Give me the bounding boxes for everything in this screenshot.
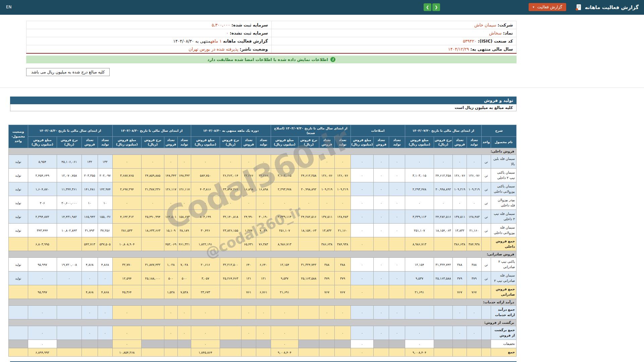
table-cell: ۰ [271, 326, 298, 340]
table-cell [481, 306, 491, 319]
table-cell: ۰ [373, 196, 389, 210]
table-cell: ۳۸۸ [319, 258, 334, 272]
table-cell: ۰ [191, 306, 220, 319]
table-cell: تن [481, 196, 491, 210]
table-cell: ۰ [191, 340, 220, 348]
language-toggle[interactable]: EN [6, 5, 12, 9]
info-row: سال مالی منتهی به: ۱۴۰۴/۱۲/۲۹ وضعیت ناشر… [26, 45, 517, 54]
column-header-qty-sold: تعداد فروش [82, 136, 98, 148]
table-cell: ۱۸,۱۵۴,۰۶۳ [434, 224, 452, 237]
column-header-amount: مبلغ فروش (میلیون ریال) [351, 136, 373, 148]
table-cell: سیمان فله پوزولانی داخلی [491, 224, 517, 237]
table-cell: ۰ [373, 272, 389, 285]
table-cell: سیمان فله تیپ ۲ داخلی [491, 210, 517, 224]
table-cell: ۱۵۸,۶۷۳ [177, 210, 191, 224]
table-cell [141, 285, 164, 299]
table-cell: تن [481, 224, 491, 237]
table-cell: ۰ [191, 326, 220, 340]
table-cell [481, 348, 491, 357]
signed-data-banner: i اطلاعات نمایش داده شده با اطلاعات امضا… [26, 56, 517, 63]
prev-period-button[interactable]: ❮ [424, 3, 431, 11]
table-cell: ۲۱,۱۶۰ [334, 224, 351, 237]
table-cell: ۰ [98, 326, 112, 340]
column-header-amount: مبلغ فروش (میلیون ریال) [271, 136, 298, 148]
table-cell: ۱۲,۱۵۴ [271, 258, 298, 272]
table-cell: ۰ [177, 155, 191, 169]
table-cell: ۰ [434, 196, 452, 210]
report-type-dropdown[interactable]: گزارش فعالیت ▾ [529, 3, 566, 11]
column-header-rate: نرخ فروش (ریال) [220, 136, 241, 148]
table-cell: سیمان فله بلین بالا [491, 155, 517, 169]
info-value: سخاش [489, 31, 502, 36]
table-cell: ۰ [319, 196, 334, 210]
table-cell: ۰ [405, 196, 434, 210]
table-cell: سیمان پاکتی پوزولانی داخلی [491, 182, 517, 196]
table-cell: ۰ [334, 306, 351, 319]
table-cell: ۰ [28, 326, 57, 340]
column-header-rate: نرخ فروش (ریال) [57, 136, 82, 148]
info-label: نماد: [503, 31, 513, 36]
table-cell [8, 340, 28, 348]
table-cell: ۸,۹۸۶,۷۱۳ [271, 237, 298, 251]
next-period-button[interactable]: ❯ [432, 3, 440, 11]
table-cell [57, 237, 82, 251]
table-cell: ۳۷۹ [452, 272, 467, 285]
table-cell: ۳۷۹ [319, 272, 334, 285]
table-cell: ۱۲۶,۰۷۶ [452, 169, 467, 182]
table-cell: ۱۲۶,۰۷۶ [467, 169, 481, 182]
table-cell: ۰ [467, 196, 481, 210]
table-cell [481, 285, 491, 299]
table-cell: جمع درآمد ارائه خدمات [491, 306, 517, 319]
table-cell: جمع فروش صادراتی [491, 285, 517, 299]
table-cell: ۱۴۸,۳۴۲ [177, 169, 191, 182]
table-cell: ۹,۰۰۸,۴۰۴ [405, 348, 434, 357]
table-cell [256, 340, 271, 348]
info-row: شرکت: سیمان خاش سرمایه ثبت شده: ۵,۳۰۰,۰۰… [26, 21, 517, 29]
column-group-one-month-1404-08: دوره یک ماهه منتهی به ۱۴۰۴/۰۸/۳۰ [191, 125, 271, 137]
table-cell: ۰ [452, 326, 467, 340]
table-cell [373, 348, 389, 357]
info-value: ۵,۳۰۰,۰۰۰ [212, 22, 230, 27]
table-cell: ۶,۸۰۳,۹۹۵ [28, 237, 57, 251]
table-cell: ۱۲۱ [241, 272, 256, 285]
table-cell [220, 340, 241, 348]
table-cell: تولید [8, 196, 28, 210]
table-cell: ۱۰ [82, 196, 98, 210]
table-section-row: برگشت از فروش: [8, 319, 516, 326]
table-cell [57, 326, 82, 340]
table-cell: ۶۴۰ [241, 258, 256, 272]
table-cell: ۱۲۶,۰۷۶ [319, 169, 334, 182]
table-cell: ۳۰,۱۹۰ [256, 210, 271, 224]
table-cell [141, 348, 164, 357]
table-cell: ۳۱,۸۷۷,۴۳۲ [141, 258, 164, 272]
top-bar: گزارش فعالیت ماهانه گزارش فعالیت ▾ ❮ ❯ E… [0, 0, 644, 15]
table-cell [164, 348, 177, 357]
table-cell: ۰ [351, 155, 373, 169]
table-cell: ۲۵۱,۱۰۷ [271, 224, 298, 237]
table-cell: ۷,۵۲۸ [177, 285, 191, 299]
table-cell: ۰ [164, 155, 177, 169]
table-cell: ۰ [256, 196, 271, 210]
table-cell: ۲,۴۵۴,۶۴۹ [28, 169, 57, 182]
table-cell: ۱۴۱,۴۸۱ [82, 182, 98, 196]
table-cell: سیمان پاکتی تیپ ۲ داخلی [491, 169, 517, 182]
company-info-section: شرکت: سیمان خاش سرمایه ثبت شده: ۵,۳۰۰,۰۰… [26, 21, 517, 76]
table-cell: ۰ [28, 340, 57, 348]
table-cell: ۳۸۸ [452, 258, 467, 272]
report-icon [575, 4, 582, 11]
table-cell: ۰ [373, 224, 389, 237]
sub-header-row: نام محصول واحد تعداد تولید تعداد فروش نر… [8, 136, 516, 148]
table-cell [298, 348, 319, 357]
table-cell: تولید [8, 272, 28, 285]
info-value: سیمان خاش [474, 22, 496, 27]
table-cell [334, 340, 351, 348]
table-cell: ۱۳,۸۳۲ [319, 224, 334, 237]
group-header-row: شرح از ابتدای سال مالی تا تاریخ ۱۴۰۴/۰۷/… [8, 125, 516, 137]
table-cell: ۵۸۴,۷۵۰ [191, 169, 220, 182]
table-cell: ۳۸۸ [467, 258, 481, 272]
table-cell: ۰ [98, 272, 112, 285]
table-cell: ۴,۸۶۸ [82, 258, 98, 272]
table-cell: ۰ [112, 326, 141, 340]
table-cell: ۳۸۶,۶۳۸ [319, 237, 334, 251]
table-cell [141, 306, 164, 319]
